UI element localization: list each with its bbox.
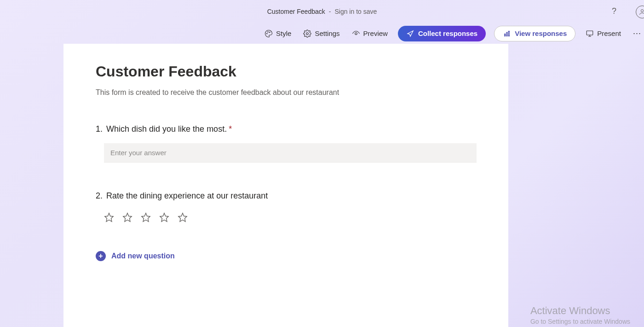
present-button[interactable]: Present [584, 27, 623, 41]
style-button[interactable]: Style [263, 27, 293, 41]
style-label: Style [276, 29, 291, 37]
form-description[interactable]: This form is created to receive the cust… [96, 88, 476, 97]
add-question-label: Add new question [111, 252, 175, 260]
present-label: Present [597, 29, 621, 37]
add-question-button[interactable]: + Add new question [96, 251, 476, 261]
svg-point-0 [641, 10, 643, 12]
star-icon[interactable] [104, 212, 114, 224]
star-icon[interactable] [122, 212, 132, 224]
svg-rect-9 [587, 31, 593, 35]
svg-rect-8 [508, 31, 509, 36]
view-label: View responses [515, 29, 567, 37]
gear-icon [303, 29, 311, 38]
plus-icon: + [96, 251, 106, 261]
form-canvas: Customer Feedback This form is created t… [63, 44, 508, 327]
svg-point-4 [306, 32, 309, 35]
svg-point-2 [268, 31, 269, 32]
svg-rect-7 [506, 32, 507, 36]
star-icon[interactable] [159, 212, 169, 224]
svg-point-1 [267, 33, 268, 34]
question-2-header: 2. Rate the dining experience at our res… [96, 191, 476, 201]
more-options-button[interactable]: ··· [631, 29, 643, 38]
top-bar: Customer Feedback - Sign in to save ? [0, 0, 644, 23]
chart-icon [503, 29, 511, 38]
collect-label: Collect responses [418, 29, 477, 37]
question-2[interactable]: 2. Rate the dining experience at our res… [96, 191, 476, 224]
preview-label: Preview [363, 29, 388, 37]
question-1[interactable]: 1. Which dish did you like the most.* [96, 124, 476, 163]
settings-label: Settings [315, 29, 339, 37]
svg-marker-12 [142, 213, 150, 222]
monitor-icon [586, 29, 594, 38]
svg-marker-13 [160, 213, 168, 222]
help-icon[interactable]: ? [612, 6, 616, 16]
settings-button[interactable]: Settings [301, 27, 341, 41]
collect-responses-button[interactable]: Collect responses [398, 26, 486, 41]
answer-input[interactable] [104, 143, 477, 163]
required-star: * [229, 124, 232, 134]
svg-marker-11 [123, 213, 132, 222]
preview-button[interactable]: Preview [350, 27, 390, 41]
form-name[interactable]: Customer Feedback [267, 8, 325, 15]
question-text: Rate the dining experience at our restau… [106, 191, 268, 201]
windows-activation-watermark: Activate Windows Go to Settings to activ… [530, 305, 630, 325]
question-text: Which dish did you like the most.* [106, 124, 232, 134]
signin-link[interactable]: Sign in to save [334, 8, 377, 15]
question-1-header: 1. Which dish did you like the most.* [96, 124, 476, 134]
svg-marker-14 [178, 213, 187, 222]
eye-icon [352, 29, 360, 38]
send-icon [406, 29, 414, 38]
avatar-icon[interactable] [636, 6, 644, 18]
view-responses-button[interactable]: View responses [494, 26, 575, 41]
watermark-title: Activate Windows [530, 305, 630, 317]
star-icon[interactable] [141, 212, 151, 224]
palette-icon [264, 29, 273, 38]
star-icon[interactable] [178, 212, 188, 224]
star-rating [104, 212, 476, 224]
svg-rect-6 [505, 34, 506, 36]
toolbar: Style Settings Preview Collect responses [0, 23, 644, 44]
separator: - [329, 8, 331, 15]
svg-marker-10 [105, 213, 113, 222]
title-area: Customer Feedback - Sign in to save [267, 8, 377, 15]
question-number: 1. [96, 124, 103, 134]
page-title[interactable]: Customer Feedback [96, 63, 476, 80]
svg-point-5 [355, 32, 357, 35]
question-number: 2. [96, 191, 103, 201]
watermark-subtitle: Go to Settings to activate Windows [530, 318, 630, 325]
svg-point-3 [270, 32, 270, 33]
